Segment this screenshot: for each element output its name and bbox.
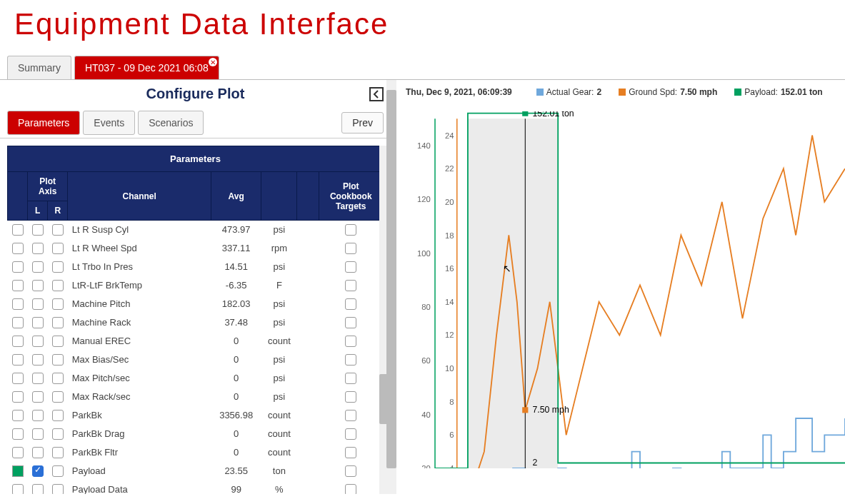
- plot-left-checkbox[interactable]: [32, 410, 44, 421]
- plot-left-checkbox[interactable]: [32, 261, 44, 273]
- cookbook-checkbox[interactable]: [345, 484, 356, 494]
- row-checkbox[interactable]: [12, 373, 24, 384]
- cookbook-checkbox[interactable]: [345, 391, 356, 403]
- plot-left-checkbox[interactable]: [32, 373, 44, 384]
- plot-right-checkbox[interactable]: [52, 261, 64, 273]
- cookbook-checkbox[interactable]: [345, 336, 356, 347]
- avg-value: 0: [211, 388, 261, 406]
- row-checkbox[interactable]: [12, 410, 24, 421]
- svg-text:6: 6: [449, 430, 454, 439]
- plot-right-checkbox[interactable]: [52, 373, 64, 384]
- row-checkbox[interactable]: [12, 354, 24, 366]
- plot-left-checkbox[interactable]: [32, 298, 44, 310]
- cookbook-checkbox[interactable]: [345, 243, 356, 254]
- plot-right-checkbox[interactable]: [52, 428, 64, 440]
- tab-parameters[interactable]: Parameters: [7, 111, 80, 135]
- close-icon[interactable]: ✕: [209, 58, 217, 66]
- plot-right-checkbox[interactable]: [52, 465, 64, 477]
- chart-timestamp: Thu, Dec 9, 2021, 06:09:39: [406, 87, 512, 97]
- row-checkbox[interactable]: [12, 224, 24, 236]
- table-row: ParkBk Drag0count: [8, 425, 384, 443]
- table-row: ParkBk3356.98count: [8, 406, 384, 425]
- legend-payload: Payload: 152.01 ton: [734, 87, 822, 97]
- plot-left-checkbox[interactable]: [32, 391, 44, 403]
- plot-left-checkbox[interactable]: [32, 465, 44, 477]
- chart[interactable]: 140120100806040202422201816141210864152.…: [406, 111, 845, 468]
- plot-right-checkbox[interactable]: [52, 298, 64, 310]
- table-row: Machine Rack37.48psi: [8, 313, 384, 332]
- channel-name: Machine Pitch: [68, 295, 211, 313]
- plot-right-checkbox[interactable]: [52, 317, 64, 328]
- plot-right-checkbox[interactable]: [52, 410, 64, 421]
- row-checkbox[interactable]: [12, 298, 24, 310]
- cookbook-checkbox[interactable]: [345, 280, 356, 291]
- avg-value: 182.03: [211, 295, 261, 313]
- cookbook-checkbox[interactable]: [345, 465, 356, 477]
- cookbook-checkbox[interactable]: [345, 317, 356, 328]
- tab-active-event[interactable]: HT037 - 09 Dec 2021 06:08 ✕: [74, 56, 219, 79]
- svg-text:16: 16: [445, 264, 454, 273]
- plot-left-checkbox[interactable]: [32, 484, 44, 494]
- cookbook-checkbox[interactable]: [345, 428, 356, 440]
- table-row: ParkBk Fltr0count: [8, 443, 384, 462]
- col-channel: Channel: [68, 172, 211, 221]
- col-cookbook: Plot Cookbook Targets: [319, 172, 383, 221]
- plot-left-checkbox[interactable]: [32, 317, 44, 328]
- plot-right-checkbox[interactable]: [52, 224, 64, 236]
- plot-left-checkbox[interactable]: [32, 243, 44, 254]
- cookbook-checkbox[interactable]: [345, 410, 356, 421]
- channel-name: ParkBk Drag: [68, 425, 211, 443]
- plot-right-checkbox[interactable]: [52, 484, 64, 494]
- prev-button[interactable]: Prev: [341, 112, 384, 133]
- col-l: L: [28, 201, 48, 221]
- cookbook-checkbox[interactable]: [345, 224, 356, 236]
- plot-left-checkbox[interactable]: [32, 280, 44, 291]
- tab-events[interactable]: Events: [83, 111, 135, 135]
- collapse-icon[interactable]: [369, 87, 384, 101]
- svg-rect-26: [522, 407, 528, 413]
- plot-right-checkbox[interactable]: [52, 447, 64, 458]
- plot-right-checkbox[interactable]: [52, 280, 64, 291]
- cookbook-checkbox[interactable]: [345, 298, 356, 310]
- unit: ton: [261, 462, 297, 480]
- plot-right-checkbox[interactable]: [52, 391, 64, 403]
- avg-value: 473.97: [211, 221, 261, 239]
- svg-text:20: 20: [421, 464, 431, 468]
- table-row: Manual EREC0count: [8, 332, 384, 351]
- cookbook-checkbox[interactable]: [345, 261, 356, 273]
- table-row: Lt R Wheel Spd337.11rpm: [8, 239, 384, 258]
- unit: psi: [261, 369, 297, 388]
- channel-name: Max Pitch/sec: [68, 369, 211, 388]
- channel-name: Lt R Wheel Spd: [68, 239, 211, 258]
- row-checkbox[interactable]: [12, 484, 24, 494]
- plot-left-checkbox[interactable]: [32, 428, 44, 440]
- plot-left-checkbox[interactable]: [32, 354, 44, 366]
- plot-left-checkbox[interactable]: [32, 224, 44, 236]
- plot-left-checkbox[interactable]: [32, 447, 44, 458]
- cookbook-checkbox[interactable]: [345, 354, 356, 366]
- table-row: Machine Pitch182.03psi: [8, 295, 384, 313]
- legend-swatch-spd: [619, 89, 626, 96]
- channel-name: Max Bias/Sec: [68, 351, 211, 369]
- row-checkbox[interactable]: [12, 447, 24, 458]
- row-checkbox[interactable]: [12, 317, 24, 328]
- plot-left-checkbox[interactable]: [32, 336, 44, 347]
- row-checkbox[interactable]: [12, 391, 24, 403]
- row-checkbox[interactable]: [12, 336, 24, 347]
- tab-scenarios[interactable]: Scenarios: [138, 111, 204, 135]
- row-checkbox[interactable]: [12, 243, 24, 254]
- row-checkbox[interactable]: [12, 428, 24, 440]
- table-row: Lt Trbo In Pres14.51psi: [8, 258, 384, 276]
- plot-right-checkbox[interactable]: [52, 243, 64, 254]
- row-checkbox[interactable]: [12, 280, 24, 291]
- unit: %: [261, 480, 297, 495]
- plot-right-checkbox[interactable]: [52, 336, 64, 347]
- cookbook-checkbox[interactable]: [345, 447, 356, 458]
- cookbook-checkbox[interactable]: [345, 373, 356, 384]
- table-row: Max Rack/sec0psi: [8, 388, 384, 406]
- app-title: Equipment Data Interface: [14, 7, 831, 41]
- row-checkbox[interactable]: [12, 261, 24, 273]
- plot-right-checkbox[interactable]: [52, 354, 64, 366]
- tab-summary[interactable]: Summary: [7, 56, 71, 79]
- unit: psi: [261, 351, 297, 369]
